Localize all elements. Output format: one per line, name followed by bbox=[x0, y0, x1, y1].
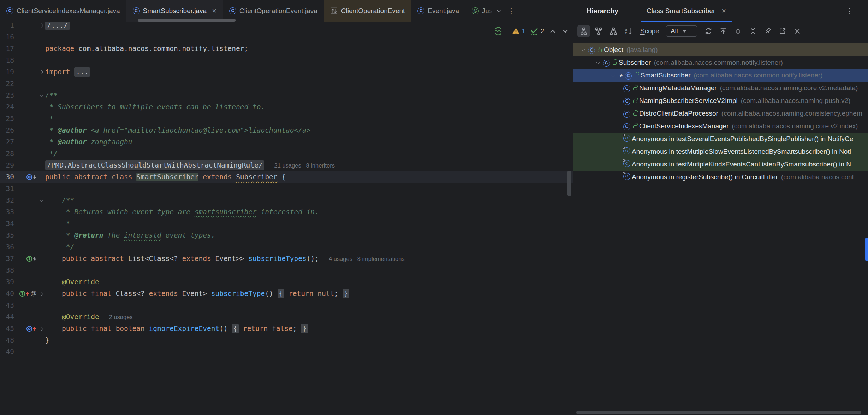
editor-tab-event-java[interactable]: CEvent.java bbox=[411, 0, 465, 22]
hierarchy-row-object[interactable]: CObject(java.lang) bbox=[573, 43, 868, 56]
code-line-44[interactable]: 44 @Override2 usages bbox=[0, 311, 573, 323]
implemented-gutter-icon[interactable] bbox=[26, 255, 37, 263]
hierarchy-row-anonymous-in-registersubscribe-in-curcuitfilter[interactable]: Anonymous in registerSubscribe() in Curc… bbox=[573, 171, 868, 183]
code-line-17[interactable]: 17package com.alibaba.nacos.common.notif… bbox=[0, 43, 573, 54]
editor-scrollbar-thumb[interactable] bbox=[567, 171, 571, 196]
next-problem-icon[interactable] bbox=[561, 27, 570, 35]
code-line-30[interactable]: 30public abstract class SmartSubscriber … bbox=[0, 171, 573, 183]
toolbar-open-in-new-window-icon[interactable] bbox=[776, 25, 789, 37]
editor-options-kebab-icon[interactable]: ⋮ bbox=[505, 0, 517, 22]
toolbar-subtypes-hierarchy-icon[interactable] bbox=[607, 25, 620, 37]
external-annotation-gutter-icon[interactable]: @ bbox=[30, 290, 37, 297]
toolbar-collapse-all-icon[interactable] bbox=[747, 25, 759, 37]
typos-count: 2 bbox=[541, 28, 544, 35]
line-number: 18 bbox=[0, 54, 14, 66]
tab-bar-scrollbar-thumb[interactable] bbox=[138, 19, 236, 22]
code-line-48[interactable]: 48} bbox=[0, 334, 573, 346]
tree-chevron-down-icon[interactable] bbox=[594, 61, 603, 64]
hierarchy-row-smartsubscriber[interactable]: *CSmartSubscriber(com.alibaba.nacos.comm… bbox=[573, 69, 868, 82]
hierarchy-row-namingmetadatamanager[interactable]: CNamingMetadataManager(com.alibaba.nacos… bbox=[573, 82, 868, 94]
line-number: 35 bbox=[0, 229, 14, 241]
code-line-29[interactable]: 29/PMD.AbstractClassShouldStartWithAbstr… bbox=[0, 159, 573, 171]
code-line-39[interactable]: 39 @Override bbox=[0, 276, 573, 288]
fold-toggle[interactable] bbox=[37, 288, 45, 299]
subclassed-gutter-icon[interactable] bbox=[26, 173, 37, 181]
typos-count-button[interactable]: 2 bbox=[530, 27, 544, 36]
editor-tab-clientoperationevent[interactable]: ClientOperationEvent bbox=[324, 0, 411, 22]
toolbar-close-icon[interactable] bbox=[791, 25, 804, 37]
tab-label: ClientOperationEvent.java bbox=[239, 7, 317, 15]
warnings-count-button[interactable]: 1 bbox=[512, 27, 525, 35]
panel-minimize-icon[interactable]: − bbox=[858, 6, 863, 16]
code-line-49[interactable]: 49 bbox=[0, 346, 573, 358]
code-line-36[interactable]: 36 */ bbox=[0, 241, 573, 253]
code-line-23[interactable]: 23/** bbox=[0, 89, 573, 101]
hierarchy-row-subscriber[interactable]: CSubscriber(com.alibaba.nacos.common.not… bbox=[573, 56, 868, 69]
code-line-35[interactable]: 35 * @return The interestd event types. bbox=[0, 229, 573, 241]
fold-toggle[interactable] bbox=[37, 22, 45, 31]
panel-hscrollbar-thumb[interactable] bbox=[576, 411, 861, 414]
hierarchy-row-anonymous-in-testmutiplekindseventscanlistenbysmartsubscriber-in-n[interactable]: Anonymous in testMutipleKindsEventsCanLi… bbox=[573, 158, 868, 171]
hierarchy-tab-close-icon[interactable]: × bbox=[721, 7, 726, 15]
overrides-method-gutter-icon[interactable] bbox=[26, 325, 37, 333]
code-line-45[interactable]: 45 public final boolean ignoreExpireEven… bbox=[0, 323, 573, 334]
code-line-43[interactable]: 43 bbox=[0, 299, 573, 311]
tab-list-chevron-icon[interactable] bbox=[493, 0, 505, 22]
code-line-27[interactable]: 27 * @author zongtanghu bbox=[0, 136, 573, 148]
toolbar-refresh-icon[interactable] bbox=[702, 25, 715, 37]
fold-toggle[interactable] bbox=[37, 194, 45, 206]
code-line-37[interactable]: 37 public abstract List<Class<? extends … bbox=[0, 253, 573, 264]
fold-toggle[interactable] bbox=[37, 66, 45, 78]
line-number: 19 bbox=[0, 66, 14, 78]
code-line-32[interactable]: 32 /** bbox=[0, 194, 573, 206]
hierarchy-tab-class-smartsubscriber[interactable]: Class SmartSubscriber × bbox=[641, 0, 732, 22]
typos-indicator-icon[interactable] bbox=[494, 27, 503, 36]
toolbar-supertypes-hierarchy-icon[interactable] bbox=[592, 25, 605, 37]
code-line-19[interactable]: 19import ... bbox=[0, 66, 573, 78]
code-line-25[interactable]: 25 * bbox=[0, 113, 573, 124]
toolbar-type-hierarchy-icon[interactable] bbox=[577, 25, 590, 37]
editor-tab-smartsubscriber-java[interactable]: CSmartSubscriber.java× bbox=[126, 0, 223, 22]
hierarchy-row-namingsubscriberservicev2impl[interactable]: CNamingSubscriberServiceV2Impl(com.aliba… bbox=[573, 94, 868, 107]
code-line-40[interactable]: 40@ public final Class<? extends Event> … bbox=[0, 288, 573, 299]
hierarchy-row-anonymous-in-testseveraleventspublishedbysinglepublisher-in-notifyce[interactable]: Anonymous in testSeveralEventsPublishedB… bbox=[573, 133, 868, 145]
code-line-26[interactable]: 26 * @author <a href="mailto:liaochuntao… bbox=[0, 124, 573, 136]
inlay-hint[interactable]: 4 usages 8 implementations bbox=[319, 256, 405, 262]
tree-chevron-down-icon[interactable] bbox=[579, 48, 588, 51]
code-line-24[interactable]: 24 * Subscribers to multiple events can … bbox=[0, 101, 573, 113]
editor-tab-jus[interactable]: @Jus bbox=[465, 0, 493, 22]
code-line-34[interactable]: 34 * bbox=[0, 218, 573, 229]
toolbar-expand-all-icon[interactable] bbox=[732, 25, 744, 37]
fold-toggle[interactable] bbox=[37, 89, 45, 101]
tab-close-icon[interactable]: × bbox=[212, 7, 216, 15]
scope-dropdown[interactable]: All bbox=[666, 25, 697, 37]
inlay-hint[interactable]: 21 usages 8 inheritors bbox=[264, 162, 335, 169]
editor-tab-clientoperationevent-java[interactable]: CClientOperationEvent.java bbox=[223, 0, 324, 22]
inlay-hint[interactable]: 2 usages bbox=[99, 314, 133, 320]
panel-options-kebab-icon[interactable]: ⋮ bbox=[845, 7, 854, 15]
gutter-icons bbox=[14, 253, 37, 264]
code-line-33[interactable]: 33 * Returns which event type are smarts… bbox=[0, 206, 573, 218]
code-editor[interactable]: 1/.../1617package com.alibaba.nacos.comm… bbox=[0, 22, 573, 415]
toolbar-pin-tab-icon[interactable] bbox=[761, 25, 774, 37]
code-line-22[interactable]: 22 bbox=[0, 78, 573, 89]
code-line-1[interactable]: 1/.../ bbox=[0, 22, 573, 31]
code-line-18[interactable]: 18 bbox=[0, 54, 573, 66]
tree-chevron-down-icon[interactable] bbox=[608, 74, 618, 77]
hierarchy-row-anonymous-in-testmutiplesloweventslistenedbysmartsubscriber-in-noti[interactable]: Anonymous in testMutipleSlowEventsListen… bbox=[573, 145, 868, 158]
hierarchy-row-clientserviceindexesmanager[interactable]: CClientServiceIndexesManager(com.alibaba… bbox=[573, 120, 868, 133]
fold-toggle[interactable] bbox=[37, 323, 45, 334]
toolbar-sort-alphabetically-icon[interactable]: az bbox=[622, 25, 635, 37]
fold-collapsed-icon bbox=[39, 292, 43, 296]
toolbar-move-to-top-icon[interactable] bbox=[717, 25, 730, 37]
package-name: (com.alibaba.nacos.naming.push.v2) bbox=[741, 97, 851, 105]
hierarchy-row-distroclientdataprocessor[interactable]: CDistroClientDataProcessor(com.alibaba.n… bbox=[573, 107, 868, 120]
code-line-28[interactable]: 28 */ bbox=[0, 148, 573, 159]
code-line-38[interactable]: 38 bbox=[0, 264, 573, 276]
code-line-16[interactable]: 16 bbox=[0, 31, 573, 43]
panel-scroll-indicator[interactable] bbox=[865, 238, 868, 261]
code-line-31[interactable]: 31 bbox=[0, 183, 573, 194]
editor-tab-clientserviceindexesmanager-java[interactable]: CClientServiceIndexesManager.java bbox=[0, 0, 126, 22]
previous-problem-icon[interactable] bbox=[548, 27, 557, 35]
implements-method-gutter-icon[interactable] bbox=[19, 290, 30, 298]
